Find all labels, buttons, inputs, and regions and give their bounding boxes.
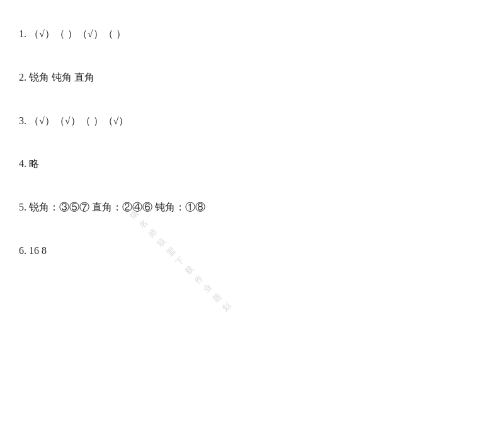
question-2-label: 2. [19, 72, 26, 83]
question-3-label: 3. [19, 115, 26, 126]
question-2: 2. 锐角 钝角 直角 [19, 69, 485, 87]
question-5-label: 5. [19, 202, 26, 212]
question-4: 4. 略 [19, 155, 485, 173]
question-5-content: 锐角：③⑤⑦ 直角：②④⑥ 钝角：①⑧ [29, 202, 205, 212]
main-content: 1. （√）（ ）（√）（ ） 2. 锐角 钝角 直角 3. （√）（√）（ ）… [0, 0, 504, 311]
question-4-label: 4. [19, 158, 26, 169]
question-5: 5. 锐角：③⑤⑦ 直角：②④⑥ 钝角：①⑧ [19, 199, 485, 217]
question-4-content: 略 [29, 158, 39, 169]
question-2-content: 锐角 钝角 直角 [29, 72, 94, 83]
question-3: 3. （√）（√）（ ）（√） [19, 112, 485, 130]
question-6-label: 6. [19, 245, 26, 256]
question-1-content: （√）（ ）（√）（ ） [29, 28, 126, 39]
question-1-label: 1. [19, 28, 26, 39]
question-1: 1. （√）（ ）（√）（ ） [19, 25, 485, 43]
question-6: 6. 16 8 [19, 242, 485, 260]
question-3-content: （√）（√）（ ）（√） [29, 115, 129, 126]
question-6-content: 16 8 [29, 245, 47, 256]
